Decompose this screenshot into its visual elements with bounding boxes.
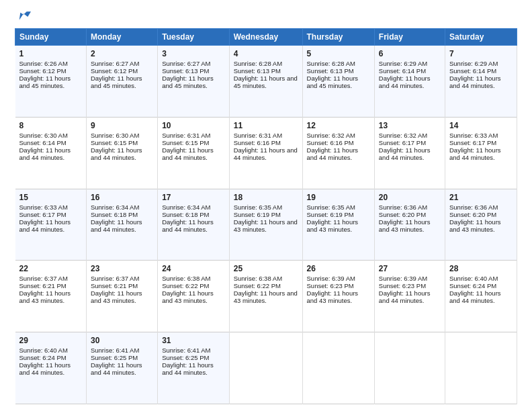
day-header-sunday: Sunday	[15, 29, 87, 46]
sunset-text: Sunset: 6:19 PM	[307, 211, 354, 218]
day-number: 13	[379, 121, 441, 130]
sunset-text: Sunset: 6:24 PM	[19, 354, 66, 361]
sunrise-text: Sunrise: 6:29 AM	[379, 60, 427, 67]
day-number: 30	[91, 336, 153, 345]
calendar-cell	[445, 332, 517, 404]
sunset-text: Sunset: 6:22 PM	[234, 282, 281, 289]
calendar-cell: 16Sunrise: 6:34 AMSunset: 6:18 PMDayligh…	[86, 189, 157, 261]
calendar-cell: 19Sunrise: 6:35 AMSunset: 6:19 PMDayligh…	[302, 189, 374, 261]
sunrise-text: Sunrise: 6:38 AM	[234, 275, 282, 282]
calendar-cell: 27Sunrise: 6:39 AMSunset: 6:23 PMDayligh…	[374, 261, 445, 332]
daylight-text: Daylight: 11 hours and 44 minutes.	[162, 361, 214, 376]
day-header-tuesday: Tuesday	[158, 29, 230, 46]
sunrise-text: Sunrise: 6:32 AM	[307, 132, 355, 139]
daylight-text: Daylight: 11 hours and 43 minutes.	[19, 289, 71, 304]
sunrise-text: Sunrise: 6:39 AM	[307, 275, 355, 282]
daylight-text: Daylight: 11 hours and 43 minutes.	[449, 218, 501, 233]
calendar-cell: 28Sunrise: 6:40 AMSunset: 6:24 PMDayligh…	[445, 261, 517, 332]
sunrise-text: Sunrise: 6:28 AM	[234, 60, 282, 67]
calendar-cell: 22Sunrise: 6:37 AMSunset: 6:21 PMDayligh…	[15, 261, 87, 332]
day-number: 27	[379, 264, 441, 273]
calendar-cell: 17Sunrise: 6:34 AMSunset: 6:18 PMDayligh…	[158, 189, 230, 261]
calendar-cell: 29Sunrise: 6:40 AMSunset: 6:24 PMDayligh…	[15, 332, 87, 404]
sunrise-text: Sunrise: 6:41 AM	[91, 347, 139, 354]
daylight-text: Daylight: 11 hours and 45 minutes.	[307, 75, 359, 89]
day-number: 19	[307, 193, 370, 202]
day-number: 15	[19, 193, 82, 202]
week-row-5: 29Sunrise: 6:40 AMSunset: 6:24 PMDayligh…	[15, 332, 517, 404]
calendar-cell	[229, 332, 302, 404]
week-row-1: 1Sunrise: 6:26 AMSunset: 6:12 PMDaylight…	[15, 46, 517, 118]
daylight-text: Daylight: 11 hours and 43 minutes.	[234, 218, 298, 233]
sunset-text: Sunset: 6:15 PM	[162, 139, 209, 146]
calendar-cell: 18Sunrise: 6:35 AMSunset: 6:19 PMDayligh…	[229, 189, 302, 261]
calendar-cell: 31Sunrise: 6:41 AMSunset: 6:25 PMDayligh…	[158, 332, 230, 404]
sunrise-text: Sunrise: 6:33 AM	[449, 132, 498, 139]
day-number: 16	[91, 193, 153, 202]
sunrise-text: Sunrise: 6:41 AM	[162, 347, 210, 354]
daylight-text: Daylight: 11 hours and 43 minutes.	[162, 289, 214, 304]
daylight-text: Daylight: 11 hours and 44 minutes.	[234, 146, 298, 161]
day-number: 10	[162, 121, 225, 130]
day-number: 18	[234, 193, 298, 202]
daylight-text: Daylight: 11 hours and 44 minutes.	[19, 361, 71, 376]
daylight-text: Daylight: 11 hours and 44 minutes.	[307, 146, 359, 161]
daylight-text: Daylight: 11 hours and 45 minutes.	[19, 75, 71, 89]
day-number: 28	[449, 264, 513, 273]
sunset-text: Sunset: 6:16 PM	[234, 139, 281, 146]
sunset-text: Sunset: 6:13 PM	[162, 67, 209, 75]
header	[15, 12, 517, 21]
sunrise-text: Sunrise: 6:29 AM	[449, 60, 498, 67]
sunrise-text: Sunrise: 6:39 AM	[379, 275, 427, 282]
sunset-text: Sunset: 6:17 PM	[19, 211, 66, 218]
daylight-text: Daylight: 11 hours and 45 minutes.	[234, 75, 298, 89]
calendar-cell: 4Sunrise: 6:28 AMSunset: 6:13 PMDaylight…	[229, 46, 302, 118]
sunset-text: Sunset: 6:12 PM	[19, 67, 66, 75]
sunrise-text: Sunrise: 6:27 AM	[162, 60, 210, 67]
day-number: 17	[162, 193, 225, 202]
sunrise-text: Sunrise: 6:40 AM	[449, 275, 498, 282]
sunrise-text: Sunrise: 6:36 AM	[449, 203, 498, 211]
sunrise-text: Sunrise: 6:35 AM	[307, 203, 355, 211]
sunrise-text: Sunrise: 6:31 AM	[234, 132, 282, 139]
sunrise-text: Sunrise: 6:30 AM	[91, 132, 139, 139]
day-number: 29	[19, 336, 82, 345]
day-header-thursday: Thursday	[302, 29, 374, 46]
calendar-cell	[302, 332, 374, 404]
sunrise-text: Sunrise: 6:32 AM	[379, 132, 427, 139]
calendar-cell: 11Sunrise: 6:31 AMSunset: 6:16 PMDayligh…	[229, 117, 302, 189]
calendar-cell: 21Sunrise: 6:36 AMSunset: 6:20 PMDayligh…	[445, 189, 517, 261]
sunset-text: Sunset: 6:13 PM	[307, 67, 354, 75]
calendar-cell: 15Sunrise: 6:33 AMSunset: 6:17 PMDayligh…	[15, 189, 87, 261]
day-number: 24	[162, 264, 225, 273]
header-row: SundayMondayTuesdayWednesdayThursdayFrid…	[15, 29, 517, 46]
day-number: 3	[162, 49, 225, 58]
calendar-cell: 9Sunrise: 6:30 AMSunset: 6:15 PMDaylight…	[86, 117, 157, 189]
calendar-cell: 8Sunrise: 6:30 AMSunset: 6:14 PMDaylight…	[15, 117, 87, 189]
day-number: 1	[19, 49, 82, 58]
page: SundayMondayTuesdayWednesdayThursdayFrid…	[0, 0, 532, 411]
logo-bird-icon	[16, 9, 31, 24]
calendar-cell: 23Sunrise: 6:37 AMSunset: 6:21 PMDayligh…	[86, 261, 157, 332]
day-number: 25	[234, 264, 298, 273]
sunset-text: Sunset: 6:15 PM	[91, 139, 138, 146]
daylight-text: Daylight: 11 hours and 44 minutes.	[91, 218, 142, 233]
sunset-text: Sunset: 6:14 PM	[449, 67, 496, 75]
calendar-cell: 30Sunrise: 6:41 AMSunset: 6:25 PMDayligh…	[86, 332, 157, 404]
calendar-cell: 25Sunrise: 6:38 AMSunset: 6:22 PMDayligh…	[229, 261, 302, 332]
daylight-text: Daylight: 11 hours and 44 minutes.	[379, 289, 431, 304]
sunset-text: Sunset: 6:20 PM	[449, 211, 496, 218]
sunrise-text: Sunrise: 6:37 AM	[91, 275, 139, 282]
daylight-text: Daylight: 11 hours and 44 minutes.	[162, 146, 214, 161]
daylight-text: Daylight: 11 hours and 44 minutes.	[19, 146, 71, 161]
day-header-wednesday: Wednesday	[229, 29, 302, 46]
day-number: 26	[307, 264, 370, 273]
daylight-text: Daylight: 11 hours and 45 minutes.	[162, 75, 214, 89]
sunset-text: Sunset: 6:17 PM	[379, 139, 426, 146]
calendar-cell	[374, 332, 445, 404]
sunrise-text: Sunrise: 6:35 AM	[234, 203, 282, 211]
daylight-text: Daylight: 11 hours and 44 minutes.	[91, 146, 142, 161]
sunrise-text: Sunrise: 6:30 AM	[19, 132, 68, 139]
day-number: 20	[379, 193, 441, 202]
sunset-text: Sunset: 6:21 PM	[19, 282, 66, 289]
